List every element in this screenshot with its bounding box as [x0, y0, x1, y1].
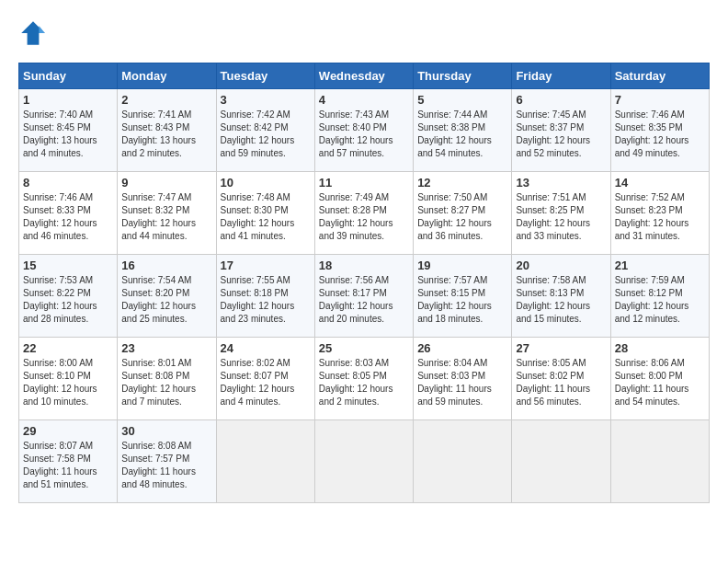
day-number: 15 [23, 259, 113, 272]
calendar-week-3: 15 Sunrise: 7:53 AM Sunset: 8:22 PM Dayl… [19, 255, 710, 338]
calendar-header-row: SundayMondayTuesdayWednesdayThursdayFrid… [19, 63, 710, 89]
cell-content: Sunrise: 7:46 AM Sunset: 8:35 PM Dayligh… [615, 109, 705, 160]
day-number: 23 [121, 341, 211, 355]
cell-content: Sunrise: 7:43 AM Sunset: 8:40 PM Dayligh… [319, 109, 409, 160]
calendar-week-4: 22 Sunrise: 8:00 AM Sunset: 8:10 PM Dayl… [19, 338, 710, 420]
cell-content: Sunrise: 7:46 AM Sunset: 8:33 PM Dayligh… [23, 191, 113, 243]
day-number: 28 [615, 341, 705, 355]
day-number: 4 [319, 93, 409, 107]
calendar-cell: 9 Sunrise: 7:47 AM Sunset: 8:32 PM Dayli… [118, 172, 216, 255]
calendar-week-5: 29 Sunrise: 8:07 AM Sunset: 7:58 PM Dayl… [19, 420, 710, 503]
calendar-cell: 18 Sunrise: 7:56 AM Sunset: 8:17 PM Dayl… [314, 255, 413, 338]
calendar-cell: 5 Sunrise: 7:44 AM Sunset: 8:38 PM Dayli… [414, 89, 512, 172]
calendar-cell: 15 Sunrise: 7:53 AM Sunset: 8:22 PM Dayl… [19, 255, 118, 338]
cell-content: Sunrise: 8:04 AM Sunset: 8:03 PM Dayligh… [417, 357, 507, 408]
day-number: 20 [516, 259, 606, 272]
calendar-cell: 16 Sunrise: 7:54 AM Sunset: 8:20 PM Dayl… [118, 255, 216, 338]
logo [18, 18, 51, 48]
cell-content: Sunrise: 7:54 AM Sunset: 8:20 PM Dayligh… [121, 274, 211, 326]
day-number: 29 [23, 424, 113, 438]
cell-content: Sunrise: 7:44 AM Sunset: 8:38 PM Dayligh… [417, 109, 507, 160]
day-number: 11 [319, 176, 409, 190]
cell-content: Sunrise: 7:49 AM Sunset: 8:28 PM Dayligh… [319, 191, 409, 243]
header-thursday: Thursday [414, 63, 512, 89]
day-number: 17 [221, 259, 311, 272]
day-number: 3 [221, 93, 311, 107]
cell-content: Sunrise: 8:06 AM Sunset: 8:00 PM Dayligh… [615, 357, 705, 408]
day-number: 22 [23, 341, 113, 355]
calendar-cell: 28 Sunrise: 8:06 AM Sunset: 8:00 PM Dayl… [610, 338, 709, 420]
calendar-cell: 24 Sunrise: 8:02 AM Sunset: 8:07 PM Dayl… [216, 338, 314, 420]
cell-content: Sunrise: 7:59 AM Sunset: 8:12 PM Dayligh… [615, 274, 705, 326]
day-number: 1 [23, 93, 113, 107]
calendar-cell [610, 420, 709, 503]
calendar-week-1: 1 Sunrise: 7:40 AM Sunset: 8:45 PM Dayli… [19, 89, 710, 172]
calendar-cell: 14 Sunrise: 7:52 AM Sunset: 8:23 PM Dayl… [610, 172, 709, 255]
calendar-cell: 21 Sunrise: 7:59 AM Sunset: 8:12 PM Dayl… [610, 255, 709, 338]
day-number: 18 [319, 259, 409, 272]
logo-icon [18, 18, 48, 48]
day-number: 9 [121, 176, 211, 190]
day-number: 8 [23, 176, 113, 190]
cell-content: Sunrise: 7:47 AM Sunset: 8:32 PM Dayligh… [121, 191, 211, 243]
cell-content: Sunrise: 7:42 AM Sunset: 8:42 PM Dayligh… [221, 109, 311, 160]
calendar-week-2: 8 Sunrise: 7:46 AM Sunset: 8:33 PM Dayli… [19, 172, 710, 255]
cell-content: Sunrise: 7:50 AM Sunset: 8:27 PM Dayligh… [417, 191, 507, 243]
calendar-cell [314, 420, 413, 503]
header-wednesday: Wednesday [314, 63, 413, 89]
calendar-cell: 13 Sunrise: 7:51 AM Sunset: 8:25 PM Dayl… [512, 172, 610, 255]
day-number: 25 [319, 341, 409, 355]
day-number: 12 [417, 176, 507, 190]
calendar-cell [414, 420, 512, 503]
cell-content: Sunrise: 7:56 AM Sunset: 8:17 PM Dayligh… [319, 274, 409, 326]
day-number: 27 [516, 341, 606, 355]
day-number: 13 [516, 176, 606, 190]
calendar-cell: 29 Sunrise: 8:07 AM Sunset: 7:58 PM Dayl… [19, 420, 118, 503]
calendar-cell: 7 Sunrise: 7:46 AM Sunset: 8:35 PM Dayli… [610, 89, 709, 172]
cell-content: Sunrise: 7:58 AM Sunset: 8:13 PM Dayligh… [516, 274, 606, 326]
day-number: 26 [417, 341, 507, 355]
cell-content: Sunrise: 7:52 AM Sunset: 8:23 PM Dayligh… [615, 191, 705, 243]
cell-content: Sunrise: 8:08 AM Sunset: 7:57 PM Dayligh… [121, 440, 211, 491]
calendar-cell: 17 Sunrise: 7:55 AM Sunset: 8:18 PM Dayl… [216, 255, 314, 338]
calendar-cell: 23 Sunrise: 8:01 AM Sunset: 8:08 PM Dayl… [118, 338, 216, 420]
calendar-cell: 26 Sunrise: 8:04 AM Sunset: 8:03 PM Dayl… [414, 338, 512, 420]
cell-content: Sunrise: 7:41 AM Sunset: 8:43 PM Dayligh… [121, 109, 211, 160]
calendar-table: SundayMondayTuesdayWednesdayThursdayFrid… [18, 63, 710, 503]
day-number: 6 [516, 93, 606, 107]
day-number: 16 [121, 259, 211, 272]
calendar-cell: 8 Sunrise: 7:46 AM Sunset: 8:33 PM Dayli… [19, 172, 118, 255]
calendar-cell: 20 Sunrise: 7:58 AM Sunset: 8:13 PM Dayl… [512, 255, 610, 338]
cell-content: Sunrise: 7:51 AM Sunset: 8:25 PM Dayligh… [516, 191, 606, 243]
day-number: 5 [417, 93, 507, 107]
cell-content: Sunrise: 7:57 AM Sunset: 8:15 PM Dayligh… [417, 274, 507, 326]
calendar-cell: 25 Sunrise: 8:03 AM Sunset: 8:05 PM Dayl… [314, 338, 413, 420]
calendar-cell: 10 Sunrise: 7:48 AM Sunset: 8:30 PM Dayl… [216, 172, 314, 255]
calendar-cell: 27 Sunrise: 8:05 AM Sunset: 8:02 PM Dayl… [512, 338, 610, 420]
calendar-cell: 3 Sunrise: 7:42 AM Sunset: 8:42 PM Dayli… [216, 89, 314, 172]
calendar-cell: 2 Sunrise: 7:41 AM Sunset: 8:43 PM Dayli… [118, 89, 216, 172]
svg-marker-1 [39, 26, 44, 33]
cell-content: Sunrise: 7:40 AM Sunset: 8:45 PM Dayligh… [23, 109, 113, 160]
cell-content: Sunrise: 8:02 AM Sunset: 8:07 PM Dayligh… [221, 357, 311, 408]
cell-content: Sunrise: 8:01 AM Sunset: 8:08 PM Dayligh… [121, 357, 211, 408]
day-number: 14 [615, 176, 705, 190]
day-number: 7 [615, 93, 705, 107]
calendar-cell: 30 Sunrise: 8:08 AM Sunset: 7:57 PM Dayl… [118, 420, 216, 503]
calendar-cell: 6 Sunrise: 7:45 AM Sunset: 8:37 PM Dayli… [512, 89, 610, 172]
cell-content: Sunrise: 8:07 AM Sunset: 7:58 PM Dayligh… [23, 440, 113, 491]
calendar-cell: 22 Sunrise: 8:00 AM Sunset: 8:10 PM Dayl… [19, 338, 118, 420]
header-friday: Friday [512, 63, 610, 89]
cell-content: Sunrise: 7:53 AM Sunset: 8:22 PM Dayligh… [23, 274, 113, 326]
calendar-cell: 4 Sunrise: 7:43 AM Sunset: 8:40 PM Dayli… [314, 89, 413, 172]
day-number: 30 [121, 424, 211, 438]
cell-content: Sunrise: 7:55 AM Sunset: 8:18 PM Dayligh… [221, 274, 311, 326]
header-tuesday: Tuesday [216, 63, 314, 89]
day-number: 21 [615, 259, 705, 272]
calendar-cell: 11 Sunrise: 7:49 AM Sunset: 8:28 PM Dayl… [314, 172, 413, 255]
calendar-cell [216, 420, 314, 503]
calendar-cell: 12 Sunrise: 7:50 AM Sunset: 8:27 PM Dayl… [414, 172, 512, 255]
calendar-cell: 1 Sunrise: 7:40 AM Sunset: 8:45 PM Dayli… [19, 89, 118, 172]
day-number: 19 [417, 259, 507, 272]
day-number: 24 [221, 341, 311, 355]
